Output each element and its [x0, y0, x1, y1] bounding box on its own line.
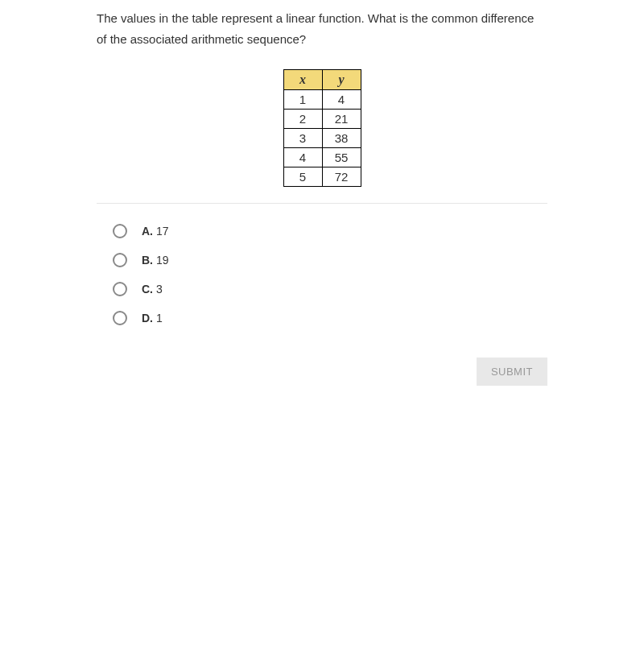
question-text: The values in the table represent a line…	[97, 8, 547, 49]
radio-icon	[113, 282, 127, 296]
option-b[interactable]: B.19	[113, 253, 547, 267]
table-cell: 21	[322, 110, 361, 129]
option-letter: D.	[142, 312, 153, 325]
option-text: 1	[156, 312, 163, 325]
table-row: 1 4	[283, 90, 361, 110]
option-text: 3	[156, 283, 163, 296]
table-cell: 2	[283, 110, 322, 129]
table-header-x: x	[283, 70, 322, 90]
option-d[interactable]: D.1	[113, 311, 547, 325]
data-table: x y 1 4 2 21 3 38 4 55	[283, 69, 361, 187]
option-label: D.1	[142, 312, 163, 325]
table-cell: 3	[283, 129, 322, 148]
option-a[interactable]: A.17	[113, 224, 547, 238]
option-label: B.19	[142, 254, 169, 267]
table-cell: 55	[322, 148, 361, 167]
option-letter: C.	[142, 283, 153, 296]
submit-wrapper: SUBMIT	[97, 358, 547, 386]
divider	[97, 203, 547, 204]
option-c[interactable]: C.3	[113, 282, 547, 296]
radio-icon	[113, 224, 127, 238]
table-row: 4 55	[283, 148, 361, 167]
table-header-row: x y	[283, 70, 361, 90]
table-cell: 38	[322, 129, 361, 148]
table-row: 3 38	[283, 129, 361, 148]
table-cell: 4	[283, 148, 322, 167]
table-header-y: y	[322, 70, 361, 90]
table-cell: 5	[283, 167, 322, 187]
option-text: 19	[156, 254, 169, 267]
radio-icon	[113, 311, 127, 325]
table-cell: 1	[283, 90, 322, 110]
radio-icon	[113, 253, 127, 267]
table-cell: 72	[322, 167, 361, 187]
table-wrapper: x y 1 4 2 21 3 38 4 55	[97, 69, 547, 187]
question-container: The values in the table represent a line…	[0, 0, 644, 386]
submit-button[interactable]: SUBMIT	[477, 358, 547, 386]
options-list: A.17 B.19 C.3 D.1	[97, 224, 547, 325]
option-letter: A.	[142, 225, 153, 238]
option-letter: B.	[142, 254, 153, 267]
option-text: 17	[156, 225, 169, 238]
table-row: 5 72	[283, 167, 361, 187]
table-cell: 4	[322, 90, 361, 110]
table-row: 2 21	[283, 110, 361, 129]
option-label: A.17	[142, 225, 169, 238]
option-label: C.3	[142, 283, 163, 296]
